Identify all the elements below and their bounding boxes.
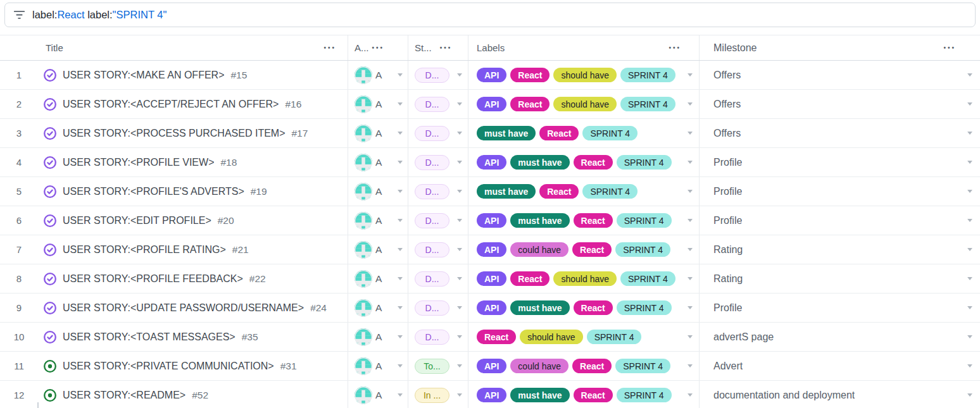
issue-title[interactable]: USER STORY:<PROFILE VIEW>: [63, 157, 214, 168]
milestone-cell[interactable]: Profile: [700, 177, 980, 206]
column-header-title[interactable]: Title •••: [0, 35, 348, 60]
labels-cell[interactable]: must haveReactSPRINT 4: [468, 177, 700, 206]
milestone-cell[interactable]: Offers: [700, 90, 980, 118]
status-cell[interactable]: In ...: [408, 381, 468, 408]
label-pill[interactable]: must have: [510, 300, 569, 315]
labels-cell[interactable]: APIcould haveReactSPRINT 4: [468, 352, 700, 380]
milestone-cell[interactable]: advertS page: [700, 323, 980, 351]
chevron-down-icon[interactable]: [688, 364, 693, 368]
milestone-cell[interactable]: Profile: [700, 206, 980, 235]
label-pill[interactable]: API: [477, 213, 506, 228]
label-pill[interactable]: API: [477, 242, 506, 257]
status-pill[interactable]: D...: [415, 213, 449, 228]
chevron-down-icon[interactable]: [457, 132, 462, 135]
issue-title[interactable]: USER STORY:<UPDATE PASSWORD/USERNAME>: [63, 302, 304, 314]
labels-cell[interactable]: APImust haveReactSPRINT 4: [468, 381, 700, 408]
issue-title[interactable]: USER STORY:<PROCESS PURCHASED ITEM>: [63, 128, 286, 139]
title-cell[interactable]: 7 USER STORY:<PROFILE RATING> #21: [0, 235, 348, 264]
chevron-down-icon[interactable]: [398, 306, 403, 309]
milestone-cell[interactable]: Profile: [700, 294, 980, 322]
status-cell[interactable]: D...: [408, 323, 468, 351]
status-cell[interactable]: D...: [408, 61, 468, 89]
milestone-cell[interactable]: Offers: [700, 119, 980, 147]
chevron-down-icon[interactable]: [457, 248, 462, 251]
assignee-cell[interactable]: A: [348, 61, 408, 89]
title-cell[interactable]: 6 USER STORY:<EDIT PROFILE> #20: [0, 206, 348, 235]
labels-cell[interactable]: must haveReactSPRINT 4: [468, 119, 700, 147]
assignee-cell[interactable]: A: [348, 206, 408, 235]
chevron-down-icon[interactable]: [967, 132, 972, 135]
chevron-down-icon[interactable]: [967, 248, 972, 251]
label-pill[interactable]: must have: [477, 184, 536, 199]
chevron-down-icon[interactable]: [967, 364, 972, 368]
labels-cell[interactable]: APImust haveReactSPRINT 4: [468, 148, 700, 176]
assignee-cell[interactable]: A: [348, 119, 408, 147]
status-cell[interactable]: D...: [408, 148, 468, 176]
label-pill[interactable]: should have: [520, 330, 583, 344]
status-pill[interactable]: D...: [415, 242, 449, 257]
assignee-cell[interactable]: A: [348, 381, 408, 408]
column-header-labels[interactable]: Labels •••: [468, 35, 700, 60]
chevron-down-icon[interactable]: [457, 335, 462, 338]
title-cell[interactable]: 3 USER STORY:<PROCESS PURCHASED ITEM> #1…: [0, 119, 348, 147]
chevron-down-icon[interactable]: [398, 161, 403, 164]
label-pill[interactable]: React: [574, 213, 613, 228]
chevron-down-icon[interactable]: [688, 306, 693, 309]
chevron-down-icon[interactable]: [398, 102, 403, 106]
status-pill[interactable]: D...: [415, 155, 449, 170]
chevron-down-icon[interactable]: [967, 102, 972, 106]
label-pill[interactable]: could have: [510, 359, 569, 373]
title-cell[interactable]: 1 USER STORY:<MAKE AN OFFER> #15: [0, 61, 348, 89]
label-pill[interactable]: SPRINT 4: [620, 97, 675, 111]
chevron-down-icon[interactable]: [967, 161, 972, 164]
chevron-down-icon[interactable]: [688, 73, 693, 77]
title-cell[interactable]: 12 USER STORY:<README> #52: [0, 381, 348, 408]
status-pill[interactable]: To...: [415, 359, 449, 374]
labels-cell[interactable]: APImust haveReactSPRINT 4: [468, 206, 700, 235]
milestone-cell[interactable]: documentation and deployment: [700, 381, 980, 408]
chevron-down-icon[interactable]: [967, 393, 972, 397]
label-pill[interactable]: should have: [553, 97, 617, 111]
column-menu-icon[interactable]: •••: [324, 45, 336, 51]
column-header-milestone[interactable]: Milestone •••: [700, 35, 980, 60]
status-cell[interactable]: D...: [408, 119, 468, 147]
label-pill[interactable]: SPRINT 4: [582, 184, 638, 199]
filter-query[interactable]: label:React label:"SPRINT 4": [32, 9, 166, 21]
assignee-cell[interactable]: A: [348, 235, 408, 264]
labels-cell[interactable]: APImust haveReactSPRINT 4: [468, 294, 700, 322]
label-pill[interactable]: React: [574, 155, 613, 170]
issue-title[interactable]: USER STORY:<EDIT PROFILE>: [63, 215, 211, 226]
status-pill[interactable]: In ...: [415, 388, 449, 403]
label-pill[interactable]: must have: [477, 126, 536, 140]
status-cell[interactable]: D...: [408, 206, 468, 235]
status-pill[interactable]: D...: [415, 271, 449, 287]
status-cell[interactable]: D...: [408, 294, 468, 322]
assignee-cell[interactable]: A: [348, 323, 408, 351]
chevron-down-icon[interactable]: [967, 219, 972, 222]
label-pill[interactable]: React: [539, 126, 579, 140]
title-cell[interactable]: 2 USER STORY:<ACCEPT/REJECT AN OFFER> #1…: [0, 90, 348, 118]
issue-title[interactable]: USER STORY:<TOAST MESSAGES>: [63, 331, 236, 343]
column-header-status[interactable]: St... •••: [408, 35, 468, 60]
label-pill[interactable]: API: [477, 300, 506, 315]
column-menu-icon[interactable]: •••: [372, 45, 385, 51]
issue-title[interactable]: USER STORY:<PROFILE FEEDBACK>: [63, 273, 243, 285]
label-pill[interactable]: SPRINT 4: [620, 271, 675, 286]
label-pill[interactable]: should have: [553, 271, 617, 286]
label-pill[interactable]: SPRINT 4: [620, 68, 675, 82]
status-pill[interactable]: D...: [415, 68, 449, 83]
chevron-down-icon[interactable]: [967, 73, 972, 77]
milestone-cell[interactable]: Offers: [700, 61, 980, 89]
label-pill[interactable]: SPRINT 4: [615, 359, 670, 373]
labels-cell[interactable]: APIReactshould haveSPRINT 4: [468, 61, 700, 89]
chevron-down-icon[interactable]: [967, 190, 972, 193]
filter-input[interactable]: label:React label:"SPRINT 4": [4, 3, 976, 27]
chevron-down-icon[interactable]: [688, 132, 693, 135]
chevron-down-icon[interactable]: [457, 102, 462, 106]
label-pill[interactable]: must have: [510, 213, 569, 228]
column-menu-icon[interactable]: •••: [943, 45, 956, 51]
milestone-cell[interactable]: Advert: [700, 352, 980, 380]
chevron-down-icon[interactable]: [457, 219, 462, 222]
label-pill[interactable]: React: [539, 184, 579, 199]
label-pill[interactable]: React: [510, 68, 550, 82]
